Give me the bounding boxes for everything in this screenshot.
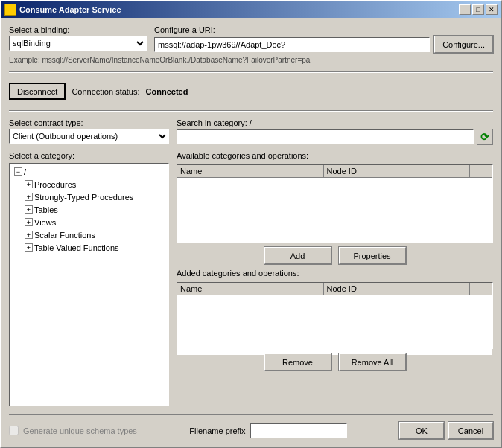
generate-schema-checkbox[interactable] xyxy=(9,426,19,435)
tree-label-views: Views xyxy=(34,218,56,227)
available-grid: Name Node ID xyxy=(177,164,493,243)
available-col-extra xyxy=(470,165,492,177)
tree-expand-tables[interactable]: + xyxy=(25,205,33,214)
uri-input[interactable] xyxy=(154,37,430,52)
maximize-button[interactable]: □ xyxy=(472,4,484,15)
dialog-content: Select a binding: sqlBinding Configure a… xyxy=(1,18,501,447)
added-grid-body[interactable] xyxy=(177,295,492,355)
filename-label: Filename prefix xyxy=(189,426,245,435)
contract-search-row: Select contract type: Client (Outbound o… xyxy=(9,118,493,145)
tree-item-tables[interactable]: + Tables xyxy=(11,203,167,216)
binding-label: Select a binding: xyxy=(9,25,147,34)
tree-expand-strongly-typed[interactable]: + xyxy=(25,193,33,201)
added-col-nodeid: Node ID xyxy=(324,283,471,295)
tree-label-tvf: Table Valued Functions xyxy=(34,243,119,252)
added-grid: Name Node ID xyxy=(177,282,493,349)
right-panel: Available categories and operations: Nam… xyxy=(177,151,493,406)
tree-expand-tvf[interactable]: + xyxy=(25,243,33,252)
separator-2 xyxy=(9,110,493,111)
contract-group: Select contract type: Client (Outbound o… xyxy=(9,118,169,144)
tree-label-tables: Tables xyxy=(34,205,58,214)
added-col-extra xyxy=(470,283,492,295)
disconnect-button[interactable]: Disconnect xyxy=(9,83,66,100)
separator-1 xyxy=(9,71,493,72)
checkbox-row: Generate unique schema types xyxy=(9,426,137,435)
binding-select[interactable]: sqlBinding xyxy=(9,36,147,51)
available-label: Available categories and operations: xyxy=(177,151,493,160)
category-label: Select a category: xyxy=(9,151,169,160)
separator-3 xyxy=(9,414,493,415)
filename-group: Filename prefix xyxy=(189,423,346,438)
cancel-button[interactable]: Cancel xyxy=(448,422,493,439)
remove-row: Remove Remove All xyxy=(177,353,493,371)
minimize-button[interactable]: ─ xyxy=(459,4,471,15)
main-area: Select a category: − / + Procedures + xyxy=(9,151,493,406)
tree-item-tvf[interactable]: + Table Valued Functions xyxy=(11,241,167,254)
search-row: ⟳ xyxy=(177,129,493,145)
tree-item-scalar[interactable]: + Scalar Functions xyxy=(11,228,167,241)
connection-status-label: Connection status: xyxy=(72,87,139,96)
remove-button[interactable]: Remove xyxy=(264,353,331,371)
status-bar: Disconnect Connection status: Connected xyxy=(9,80,493,103)
generate-schema-label: Generate unique schema types xyxy=(23,426,137,435)
properties-button[interactable]: Properties xyxy=(339,247,406,264)
left-panel: Select a category: − / + Procedures + xyxy=(9,151,169,406)
tree-label-scalar: Scalar Functions xyxy=(34,231,95,240)
close-button[interactable]: ✕ xyxy=(486,4,498,15)
search-label: Search in category: / xyxy=(177,118,493,127)
tree-root-expand[interactable]: − xyxy=(14,167,22,176)
uri-input-row: Configure... xyxy=(154,36,493,53)
tree-item-views[interactable]: + Views xyxy=(11,216,167,228)
window-icon xyxy=(4,4,16,16)
tree-expand-views[interactable]: + xyxy=(25,218,33,226)
available-grid-header: Name Node ID xyxy=(177,165,492,178)
uri-label: Configure a URI: xyxy=(154,25,493,34)
footer-buttons: OK Cancel xyxy=(399,422,493,439)
refresh-button[interactable]: ⟳ xyxy=(477,129,493,145)
window-title: Consume Adapter Service xyxy=(19,5,459,14)
add-properties-row: Add Properties xyxy=(177,247,493,264)
main-window: Consume Adapter Service ─ □ ✕ Select a b… xyxy=(0,0,502,448)
added-grid-header: Name Node ID xyxy=(177,283,492,295)
uri-group: Configure a URI: Configure... xyxy=(154,25,493,53)
binding-uri-row: Select a binding: sqlBinding Configure a… xyxy=(9,25,493,53)
title-bar: Consume Adapter Service ─ □ ✕ xyxy=(1,1,501,18)
search-group: Search in category: / ⟳ xyxy=(177,118,493,145)
search-input[interactable] xyxy=(177,129,474,144)
tree-label-strongly-typed: Strongly-Typed Procedures xyxy=(34,193,133,202)
available-col-nodeid: Node ID xyxy=(324,165,471,177)
tree-root[interactable]: − / xyxy=(11,165,167,178)
tree-item-strongly-typed[interactable]: + Strongly-Typed Procedures xyxy=(11,191,167,203)
tree-root-label: / xyxy=(24,167,26,176)
ok-button[interactable]: OK xyxy=(399,422,444,439)
binding-group: Select a binding: sqlBinding xyxy=(9,25,147,51)
remove-all-button[interactable]: Remove All xyxy=(339,353,406,371)
contract-label: Select contract type: xyxy=(9,118,169,127)
configure-button[interactable]: Configure... xyxy=(434,36,493,53)
tree-label-procedures: Procedures xyxy=(34,180,76,189)
available-grid-body[interactable] xyxy=(177,178,492,242)
filename-input[interactable] xyxy=(250,423,347,438)
title-bar-buttons: ─ □ ✕ xyxy=(459,4,498,15)
added-label: Added categories and operations: xyxy=(177,269,493,278)
connection-status-value: Connected xyxy=(146,87,188,96)
tree-item-procedures[interactable]: + Procedures xyxy=(11,178,167,191)
tree-expand-procedures[interactable]: + xyxy=(25,180,33,188)
tree-view[interactable]: − / + Procedures + Strongly-Typed Proced… xyxy=(9,163,169,406)
added-col-name: Name xyxy=(177,283,324,295)
footer-row: Generate unique schema types Filename pr… xyxy=(9,422,493,439)
available-col-name: Name xyxy=(177,165,324,177)
tree-expand-scalar[interactable]: + xyxy=(25,231,33,239)
add-button[interactable]: Add xyxy=(264,247,331,264)
example-text: Example: mssql://ServerName/InstanceName… xyxy=(9,56,493,64)
contract-select[interactable]: Client (Outbound operations) xyxy=(9,129,169,144)
